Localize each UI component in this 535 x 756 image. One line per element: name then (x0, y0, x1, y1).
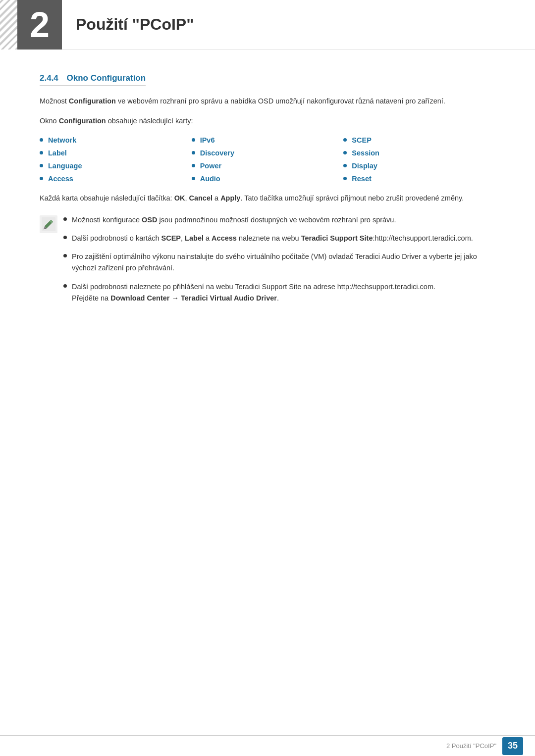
note-item: Další podrobnosti naleznete po přihlášen… (63, 281, 495, 304)
note-icon (40, 215, 57, 233)
list-item: Label (40, 149, 192, 157)
list-item: Reset (343, 175, 495, 183)
note-items: Možnosti konfigurace OSD jsou podmnožino… (63, 214, 495, 304)
list-item: Audio (192, 175, 344, 183)
page-footer: 2 Použití "PCoIP" 35 (0, 735, 535, 756)
chapter-number: 2 (30, 7, 50, 43)
main-content: 2.4.4 Okno Configuration Možnost Configu… (0, 50, 535, 353)
card-label-scep: SCEP (352, 136, 372, 144)
bullet-icon (192, 151, 195, 154)
list-item: Discovery (192, 149, 344, 157)
list-item: IPv6 (192, 136, 344, 144)
note-box: Možnosti konfigurace OSD jsou podmnožino… (40, 214, 495, 304)
bullet-icon (40, 177, 43, 180)
card-label-display: Display (352, 162, 377, 170)
card-label-ipv6: IPv6 (200, 136, 215, 144)
chapter-title: Použití "PCoIP" (76, 15, 194, 34)
card-list: Network Label Language Access IPv6 (40, 136, 495, 183)
bullet-icon (343, 151, 347, 154)
card-label-session: Session (352, 149, 379, 157)
card-label-audio: Audio (200, 175, 220, 183)
list-item: Access (40, 175, 192, 183)
bullet-icon (343, 164, 347, 167)
bullet-icon (192, 177, 195, 180)
bullet-icon (192, 138, 195, 142)
card-label-network: Network (48, 136, 76, 144)
note-text-1: Možnosti konfigurace OSD jsou podmnožino… (72, 214, 396, 226)
section-number: 2.4.4 (40, 73, 58, 83)
footer-chapter-text: 2 Použití "PCoIP" (446, 742, 496, 750)
bullet-icon (343, 177, 347, 180)
bullet-icon (343, 138, 347, 142)
list-item: Network (40, 136, 192, 144)
header-stripe (0, 0, 17, 50)
card-label-language: Language (48, 162, 82, 170)
card-label-access: Access (48, 175, 73, 183)
page-number: 35 (502, 737, 523, 755)
note-text-2: Další podrobnosti o kartách SCEP, Label … (72, 233, 473, 244)
bullet-icon (63, 217, 67, 221)
section-heading: 2.4.4 Okno Configuration (40, 73, 495, 96)
note-item: Pro zajištění optimálního výkonu nainsta… (63, 251, 495, 274)
note-item: Další podrobnosti o kartách SCEP, Label … (63, 233, 495, 244)
card-label-discovery: Discovery (200, 149, 234, 157)
bullet-icon (63, 236, 67, 239)
list-item: Display (343, 162, 495, 170)
note-item: Možnosti konfigurace OSD jsou podmnožino… (63, 214, 495, 226)
card-label-label: Label (48, 149, 67, 157)
list-item: SCEP (343, 136, 495, 144)
card-col-3: SCEP Session Display Reset (343, 136, 495, 183)
note-text-4: Další podrobnosti naleznete po přihlášen… (72, 281, 435, 304)
intro-paragraph-2: Okno Configuration obsahuje následující … (40, 115, 495, 127)
chapter-number-box: 2 (17, 0, 62, 50)
page-header: 2 Použití "PCoIP" (0, 0, 535, 50)
card-label-power: Power (200, 162, 222, 170)
bullet-icon (40, 138, 43, 142)
card-label-reset: Reset (352, 175, 372, 183)
card-col-1: Network Label Language Access (40, 136, 192, 183)
bullet-icon (40, 164, 43, 167)
bullet-icon (63, 284, 67, 288)
buttons-paragraph: Každá karta obsahuje následující tlačítk… (40, 193, 495, 204)
list-item: Session (343, 149, 495, 157)
section-title: Okno Configuration (67, 73, 146, 83)
intro-paragraph-1: Možnost Configuration ve webovém rozhran… (40, 96, 495, 107)
list-item: Power (192, 162, 344, 170)
list-item: Language (40, 162, 192, 170)
bullet-icon (40, 151, 43, 154)
bullet-icon (192, 164, 195, 167)
note-text-3: Pro zajištění optimálního výkonu nainsta… (72, 251, 495, 274)
bullet-icon (63, 254, 67, 257)
card-col-2: IPv6 Discovery Power Audio (192, 136, 344, 183)
